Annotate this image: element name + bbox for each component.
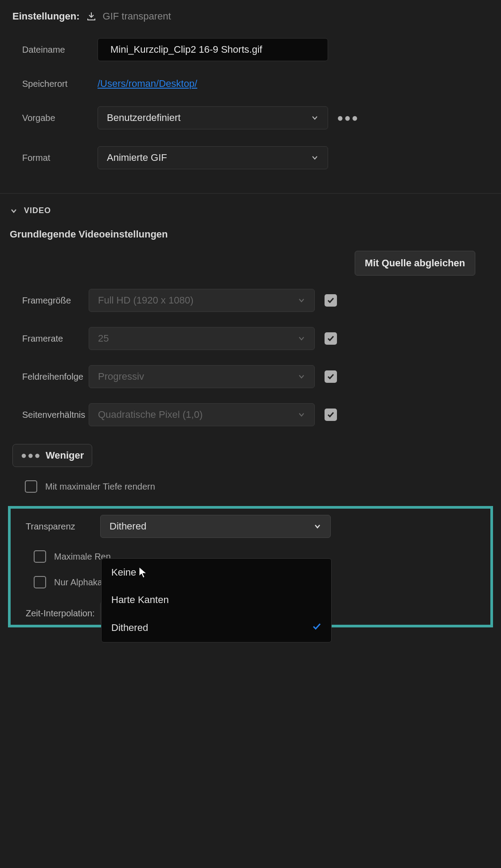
location-link[interactable]: /Users/roman/Desktop/ — [98, 78, 197, 90]
transparency-option-hard[interactable]: Harte Kanten — [102, 586, 331, 614]
chevron-down-icon — [311, 154, 319, 162]
chevron-down-icon — [297, 411, 305, 419]
transparency-value: Dithered — [110, 521, 146, 532]
framesize-label: Framegröße — [22, 296, 89, 306]
highlight-region: Transparenz Dithered Keine Harte Kanten … — [8, 506, 493, 627]
framesize-value: Full HD (1920 x 1080) — [98, 295, 193, 306]
transparency-option-dithered[interactable]: Dithered — [102, 614, 331, 642]
check-icon — [312, 622, 321, 634]
fieldorder-checkbox[interactable] — [325, 370, 337, 383]
video-section-header[interactable]: VIDEO — [0, 194, 501, 224]
transparency-dropdown[interactable]: Dithered — [100, 515, 331, 538]
max-depth-label: Mit maximaler Tiefe rendern — [45, 482, 155, 492]
max-depth-checkbox[interactable] — [25, 480, 37, 493]
location-label: Speicherort — [22, 79, 98, 89]
format-value: Animierte GIF — [107, 152, 167, 163]
framesize-dropdown[interactable]: Full HD (1920 x 1080) — [89, 289, 315, 312]
alpha-only-checkbox[interactable] — [34, 576, 46, 588]
filename-input[interactable] — [98, 38, 328, 61]
preset-label: Vorgabe — [22, 113, 98, 123]
section-video-title: VIDEO — [24, 206, 51, 215]
framesize-checkbox[interactable] — [325, 294, 337, 307]
chevron-down-icon — [297, 373, 305, 381]
fieldorder-value: Progressiv — [98, 371, 144, 382]
cursor-icon — [138, 566, 148, 579]
option-label: Keine — [111, 567, 136, 578]
import-icon[interactable] — [86, 11, 97, 22]
transparency-label: Transparenz — [26, 522, 100, 532]
chevron-down-icon — [297, 296, 305, 304]
filename-label: Dateiname — [22, 45, 98, 55]
framerate-value: 25 — [98, 333, 109, 344]
basic-video-heading: Grundlegende Videoeinstellungen — [0, 224, 501, 251]
less-button[interactable]: ●●● Weniger — [12, 444, 92, 467]
framerate-checkbox[interactable] — [325, 332, 337, 345]
more-options-icon[interactable]: ●●● — [337, 112, 359, 124]
format-dropdown[interactable]: Animierte GIF — [98, 146, 328, 169]
preset-dropdown[interactable]: Benutzerdefiniert — [98, 106, 328, 129]
aspect-dropdown[interactable]: Quadratische Pixel (1,0) — [89, 403, 315, 426]
aspect-label: Seitenverhältnis — [22, 410, 89, 420]
framerate-dropdown[interactable]: 25 — [89, 327, 315, 350]
match-source-button[interactable]: Mit Quelle abgleichen — [355, 251, 475, 276]
aspect-value: Quadratische Pixel (1,0) — [98, 409, 203, 420]
less-label: Weniger — [46, 450, 84, 461]
option-label: Harte Kanten — [111, 594, 169, 606]
chevron-down-icon — [311, 114, 319, 122]
framerate-label: Framerate — [22, 334, 89, 344]
fieldorder-label: Feldreihenfolge — [22, 372, 89, 382]
format-label: Format — [22, 153, 98, 163]
chevron-down-icon — [313, 522, 321, 530]
settings-title: Einstellungen: — [12, 11, 80, 22]
chevron-down-icon — [297, 335, 305, 343]
transparency-option-none[interactable]: Keine — [102, 559, 331, 586]
chevron-down-icon — [10, 207, 18, 215]
preset-value: Benutzerdefiniert — [107, 112, 180, 124]
time-interp-label: Zeit-Interpolation: — [26, 608, 100, 619]
fieldorder-dropdown[interactable]: Progressiv — [89, 365, 315, 388]
more-dots-icon: ●●● — [21, 450, 41, 461]
option-label: Dithered — [111, 622, 148, 634]
transparency-menu: Keine Harte Kanten Dithered — [101, 558, 332, 642]
settings-subtitle: GIF transparent — [103, 11, 171, 22]
aspect-checkbox[interactable] — [325, 409, 337, 421]
max-render-checkbox[interactable] — [34, 550, 46, 563]
